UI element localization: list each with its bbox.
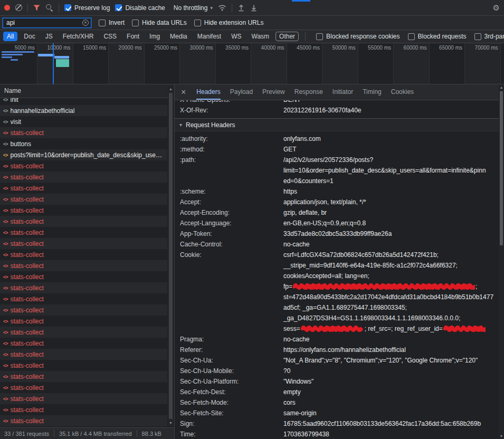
type-filter-img[interactable]: Img (146, 32, 164, 41)
request-row[interactable]: <>stats-collect (0, 393, 167, 404)
tab-initiator[interactable]: Initiator (332, 84, 353, 100)
request-row[interactable]: <>stats-collect (0, 371, 167, 382)
header-row: Sec-Ch-Ua:"Not_A Brand";v="8", "Chromium… (175, 355, 499, 366)
request-row[interactable]: <>stats-collect (0, 404, 167, 415)
filter-option-3rd-party-requests[interactable]: 3rd-party requests (474, 33, 504, 40)
request-row[interactable]: <>stats-collect (0, 260, 167, 271)
request-row[interactable]: <>stats-collect (0, 327, 167, 338)
type-filter-font[interactable]: Font (123, 32, 143, 41)
request-name: stats-collect (11, 196, 44, 203)
tab-payload[interactable]: Payload (230, 84, 253, 100)
request-row[interactable]: <>visit (0, 116, 167, 127)
invert-checkbox[interactable] (99, 20, 106, 26)
scroll-down-icon[interactable]: ▼ (168, 420, 174, 426)
network-conditions-icon[interactable] (218, 4, 226, 11)
scrollbar-thumb[interactable] (500, 91, 503, 245)
timeline-overview[interactable]: 5000 ms10000 ms15000 ms20000 ms25000 ms3… (0, 43, 504, 84)
request-row[interactable]: <>stats-collect (0, 194, 167, 205)
request-row[interactable]: <>stats-collect (0, 127, 167, 138)
request-row[interactable]: <>stats-collect (0, 293, 167, 304)
redaction-scribble (293, 282, 475, 290)
header-name: Sec-Ch-Ua-Platform: (180, 376, 283, 387)
type-filter-css[interactable]: CSS (100, 32, 120, 41)
checkbox-icon[interactable] (474, 33, 481, 40)
close-details-icon[interactable]: × (181, 88, 186, 97)
tab-cookies[interactable]: Cookies (391, 84, 414, 100)
hide-data-urls-checkbox[interactable] (132, 20, 139, 26)
request-type-icon: <> (3, 230, 8, 235)
request-row[interactable]: <>buttons (0, 138, 167, 149)
type-filter-manifest[interactable]: Manifest (194, 32, 225, 41)
tab-preview[interactable]: Preview (262, 84, 285, 100)
checkbox-icon[interactable] (316, 33, 323, 40)
request-row[interactable]: <>stats-collect (0, 349, 167, 360)
scroll-up-icon[interactable]: ▲ (168, 86, 174, 92)
type-filter-ws[interactable]: WS (227, 32, 245, 41)
request-type-icon: <> (3, 141, 8, 147)
request-headers-section-header[interactable]: ▾Request Headers (175, 118, 499, 131)
request-row[interactable]: <>stats-collect (0, 271, 167, 282)
settings-gear-icon[interactable]: ⚙ (493, 3, 500, 13)
tab-timing[interactable]: Timing (363, 84, 382, 100)
type-filter-fetch-xhr[interactable]: Fetch/XHR (59, 32, 98, 41)
request-row[interactable]: <>stats-collect (0, 216, 167, 227)
invert-toggle[interactable]: Invert (99, 19, 125, 26)
type-filter-other[interactable]: Other (275, 32, 299, 41)
hide-data-urls-toggle[interactable]: Hide data URLs (132, 19, 187, 26)
scroll-down-icon[interactable]: ▼ (499, 433, 504, 439)
header-row: :scheme:https (175, 186, 499, 197)
request-row[interactable]: <>stats-collect (0, 360, 167, 371)
request-row[interactable]: <>stats-collect (0, 183, 167, 194)
request-row[interactable]: <>stats-collect (0, 205, 167, 216)
filter-option-blocked-requests[interactable]: Blocked requests (408, 33, 467, 40)
type-filter-media[interactable]: Media (166, 32, 191, 41)
import-har-icon[interactable] (237, 4, 245, 12)
details-scrollbar[interactable]: ▲ ▼ (499, 84, 504, 439)
preserve-log-toggle[interactable]: Preserve log (64, 4, 110, 12)
scrollbar-thumb[interactable] (169, 93, 173, 419)
request-name: stats-collect (11, 362, 44, 369)
request-row[interactable]: <>hannahelizabethofficial (0, 105, 167, 116)
hide-extension-urls-checkbox[interactable] (194, 20, 201, 26)
filter-icon[interactable] (33, 5, 40, 11)
request-row[interactable]: <>stats-collect (0, 160, 167, 171)
preserve-log-checkbox[interactable] (64, 4, 71, 11)
type-filter-doc[interactable]: Doc (20, 32, 39, 41)
export-har-icon[interactable] (250, 4, 258, 12)
request-row[interactable]: <>stats-collect (0, 238, 167, 249)
hide-extension-urls-label: Hide extension URLs (204, 19, 264, 26)
filter-option-blocked-response-cookies[interactable]: Blocked response cookies (316, 33, 400, 40)
request-row[interactable]: <>init (0, 98, 167, 105)
scroll-up-icon[interactable]: ▲ (499, 84, 504, 90)
search-icon[interactable] (45, 4, 53, 12)
request-row[interactable]: <>stats-collect (0, 415, 167, 426)
request-row[interactable]: <>stats-collect (0, 282, 167, 293)
header-row: Time:1703636799438 (175, 429, 499, 439)
toolbar-divider (232, 4, 232, 12)
tab-response[interactable]: Response (294, 84, 323, 100)
type-filter-all[interactable]: All (3, 32, 17, 41)
request-row[interactable]: <>stats-collect (0, 338, 167, 349)
filter-input[interactable]: ✕ (3, 18, 91, 28)
type-filter-js[interactable]: JS (42, 32, 56, 41)
name-column-header[interactable]: Name (0, 84, 174, 98)
requests-scrollbar[interactable]: ▲ ▼ (168, 86, 174, 426)
request-row[interactable]: <>stats-collect (0, 304, 167, 316)
clear-requests-icon[interactable] (15, 4, 22, 11)
record-button[interactable] (4, 5, 10, 11)
disable-cache-checkbox[interactable] (115, 4, 122, 11)
request-row[interactable]: <>stats-collect (0, 171, 167, 183)
checkbox-icon[interactable] (408, 33, 415, 40)
clear-filter-icon[interactable]: ✕ (82, 20, 89, 26)
tab-headers[interactable]: Headers (196, 84, 220, 100)
filter-text-field[interactable] (6, 19, 77, 26)
throttling-select[interactable]: No throttling ▾ (174, 4, 213, 12)
request-row[interactable]: <>stats-collect (0, 249, 167, 260)
disable-cache-toggle[interactable]: Disable cache (115, 4, 165, 12)
request-row[interactable]: <>stats-collect (0, 382, 167, 393)
hide-extension-urls-toggle[interactable]: Hide extension URLs (194, 19, 264, 26)
request-row[interactable]: <>posts?limit=10&order=publish_date_desc… (0, 149, 167, 160)
request-row[interactable]: <>stats-collect (0, 316, 167, 327)
type-filter-wasm[interactable]: Wasm (248, 32, 273, 41)
request-row[interactable]: <>stats-collect (0, 227, 167, 238)
